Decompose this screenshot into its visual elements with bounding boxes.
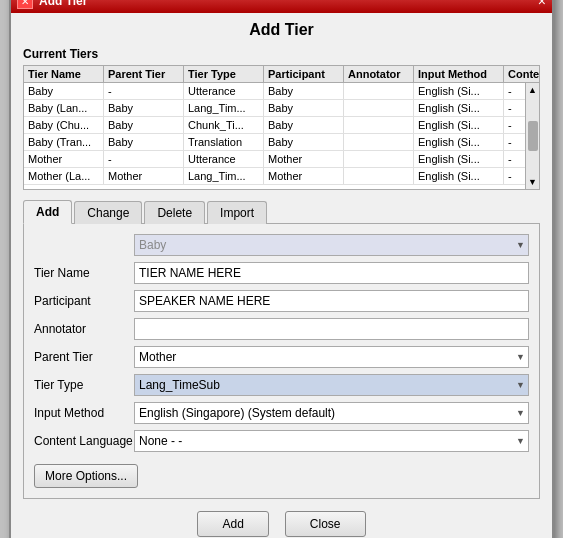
title-bar-text: Add Tier bbox=[39, 0, 87, 8]
table-scrollbar[interactable]: ▲ ▼ bbox=[525, 83, 539, 189]
parent-tier-label: Parent Tier bbox=[34, 350, 134, 364]
cell-parent-tier: Baby bbox=[104, 117, 184, 133]
cell-participant: Baby bbox=[264, 100, 344, 116]
cell-annotator bbox=[344, 100, 414, 116]
more-options-button[interactable]: More Options... bbox=[34, 464, 138, 488]
cell-participant: Baby bbox=[264, 83, 344, 99]
cell-content-lang: - bbox=[504, 100, 525, 116]
title-bar: ✕ Add Tier × bbox=[11, 0, 552, 13]
cell-participant: Baby bbox=[264, 117, 344, 133]
tab-add[interactable]: Add bbox=[23, 200, 72, 224]
content-language-row: Content Language None - - bbox=[34, 430, 529, 452]
tier-type-select-wrapper[interactable]: Lang_TimeSub Utterance Translation Chunk… bbox=[134, 374, 529, 396]
cell-input-method: English (Si... bbox=[414, 151, 504, 167]
window-close-button[interactable]: × bbox=[538, 0, 546, 8]
tab-change[interactable]: Change bbox=[74, 201, 142, 224]
tier-name-dropdown[interactable]: Baby bbox=[134, 234, 529, 256]
table-row[interactable]: Baby - Utterance Baby English (Si... - bbox=[24, 83, 525, 100]
cell-content-lang: - bbox=[504, 168, 525, 184]
tier-name-label: Tier Name bbox=[34, 266, 134, 280]
input-method-select[interactable]: English (Singapore) (System default) bbox=[134, 402, 529, 424]
cell-tier-name: Baby (Tran... bbox=[24, 134, 104, 150]
tab-import[interactable]: Import bbox=[207, 201, 267, 224]
col-input-method: Input Method bbox=[414, 66, 504, 82]
input-method-label: Input Method bbox=[34, 406, 134, 420]
cell-input-method: English (Si... bbox=[414, 100, 504, 116]
tab-content-add: Baby Tier Name Participant Annotator bbox=[23, 223, 540, 499]
cell-input-method: English (Si... bbox=[414, 168, 504, 184]
table-row[interactable]: Baby (Chu... Baby Chunk_Ti... Baby Engli… bbox=[24, 117, 525, 134]
cell-input-method: English (Si... bbox=[414, 83, 504, 99]
cell-parent-tier: - bbox=[104, 151, 184, 167]
cell-participant: Mother bbox=[264, 168, 344, 184]
app-icon: ✕ bbox=[17, 0, 33, 9]
cell-participant: Mother bbox=[264, 151, 344, 167]
annotator-label: Annotator bbox=[34, 322, 134, 336]
input-method-select-wrapper[interactable]: English (Singapore) (System default) bbox=[134, 402, 529, 424]
title-bar-left: ✕ Add Tier bbox=[17, 0, 87, 9]
annotator-input[interactable] bbox=[134, 318, 529, 340]
cell-tier-type: Lang_Tim... bbox=[184, 100, 264, 116]
tier-type-label: Tier Type bbox=[34, 378, 134, 392]
cell-content-lang: - bbox=[504, 151, 525, 167]
tier-name-display-wrapper[interactable]: Baby bbox=[134, 234, 529, 256]
col-parent-tier: Parent Tier bbox=[104, 66, 184, 82]
tier-type-row: Tier Type Lang_TimeSub Utterance Transla… bbox=[34, 374, 529, 396]
col-annotator: Annotator bbox=[344, 66, 414, 82]
cell-tier-name: Baby (Lan... bbox=[24, 100, 104, 116]
cell-content-lang: - bbox=[504, 134, 525, 150]
cell-input-method: English (Si... bbox=[414, 134, 504, 150]
tier-display-row: Baby bbox=[34, 234, 529, 256]
cell-annotator bbox=[344, 168, 414, 184]
participant-input[interactable] bbox=[134, 290, 529, 312]
dialog-body: Add Tier Current Tiers Tier Name Parent … bbox=[11, 13, 552, 538]
tier-name-row: Tier Name bbox=[34, 262, 529, 284]
tabs-container: Add Change Delete Import bbox=[23, 200, 540, 224]
cell-tier-name: Mother bbox=[24, 151, 104, 167]
close-button[interactable]: Close bbox=[285, 511, 366, 537]
table-row[interactable]: Baby (Tran... Baby Translation Baby Engl… bbox=[24, 134, 525, 151]
cell-content-lang: - bbox=[504, 83, 525, 99]
cell-input-method: English (Si... bbox=[414, 117, 504, 133]
cell-tier-name: Mother (La... bbox=[24, 168, 104, 184]
cell-parent-tier: Baby bbox=[104, 100, 184, 116]
participant-label: Participant bbox=[34, 294, 134, 308]
content-language-select-wrapper[interactable]: None - - bbox=[134, 430, 529, 452]
parent-tier-select[interactable]: Mother Baby - bbox=[134, 346, 529, 368]
cell-tier-name: Baby bbox=[24, 83, 104, 99]
tiers-table: Tier Name Parent Tier Tier Type Particip… bbox=[23, 65, 540, 190]
dialog-title: Add Tier bbox=[23, 21, 540, 39]
input-method-row: Input Method English (Singapore) (System… bbox=[34, 402, 529, 424]
col-content-lang: Content La... bbox=[504, 66, 540, 82]
annotator-row: Annotator bbox=[34, 318, 529, 340]
participant-row: Participant bbox=[34, 290, 529, 312]
content-language-select[interactable]: None - - bbox=[134, 430, 529, 452]
col-participant: Participant bbox=[264, 66, 344, 82]
cell-parent-tier: - bbox=[104, 83, 184, 99]
parent-tier-select-wrapper[interactable]: Mother Baby - bbox=[134, 346, 529, 368]
cell-annotator bbox=[344, 117, 414, 133]
tier-name-input[interactable] bbox=[134, 262, 529, 284]
col-tier-name: Tier Name bbox=[24, 66, 104, 82]
cell-annotator bbox=[344, 83, 414, 99]
current-tiers-label: Current Tiers bbox=[23, 47, 540, 61]
content-language-label: Content Language bbox=[34, 434, 134, 448]
cell-tier-type: Utterance bbox=[184, 83, 264, 99]
cell-tier-type: Lang_Tim... bbox=[184, 168, 264, 184]
cell-parent-tier: Mother bbox=[104, 168, 184, 184]
table-row[interactable]: Mother - Utterance Mother English (Si...… bbox=[24, 151, 525, 168]
add-tier-dialog: ✕ Add Tier × Add Tier Current Tiers Tier… bbox=[9, 0, 554, 538]
tier-type-select[interactable]: Lang_TimeSub Utterance Translation Chunk… bbox=[134, 374, 529, 396]
table-row[interactable]: Baby (Lan... Baby Lang_Tim... Baby Engli… bbox=[24, 100, 525, 117]
cell-tier-type: Utterance bbox=[184, 151, 264, 167]
cell-annotator bbox=[344, 134, 414, 150]
add-button[interactable]: Add bbox=[197, 511, 268, 537]
tab-delete[interactable]: Delete bbox=[144, 201, 205, 224]
table-body-container: Baby - Utterance Baby English (Si... - B… bbox=[24, 83, 539, 189]
cell-parent-tier: Baby bbox=[104, 134, 184, 150]
cell-content-lang: - bbox=[504, 117, 525, 133]
cell-annotator bbox=[344, 151, 414, 167]
table-body[interactable]: Baby - Utterance Baby English (Si... - B… bbox=[24, 83, 525, 189]
cell-tier-type: Chunk_Ti... bbox=[184, 117, 264, 133]
table-row[interactable]: Mother (La... Mother Lang_Tim... Mother … bbox=[24, 168, 525, 185]
